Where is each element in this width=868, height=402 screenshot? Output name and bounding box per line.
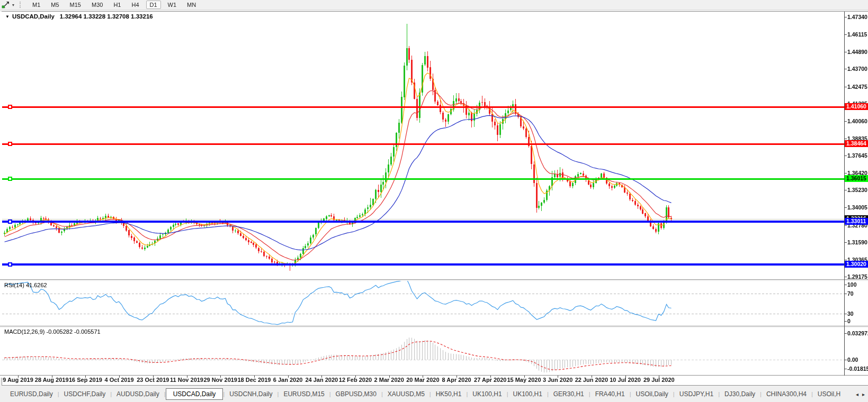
- macd-axis-tick: 0.00: [847, 357, 858, 363]
- timeframe-w1[interactable]: W1: [164, 1, 181, 9]
- time-axis-label: 10 Jul 2020: [610, 377, 641, 383]
- price-axis-tick: 1.40060: [847, 118, 867, 124]
- price-axis-tick: 1.34005: [847, 204, 867, 211]
- timeframe-mn[interactable]: MN: [183, 1, 200, 9]
- time-axis-label: 22 Jun 2020: [575, 377, 608, 383]
- collapse-icon[interactable]: ▼: [5, 14, 10, 19]
- time-axis-label: 24 Jan 2020: [305, 377, 338, 383]
- tab-hk50-h1[interactable]: HK50,H1: [431, 389, 467, 399]
- tab-xauusd-m5[interactable]: XAUUSD,M5: [383, 389, 429, 399]
- rsi-label: RSI(14) 41.6262: [4, 282, 47, 288]
- tab-gbpusd-m30[interactable]: GBPUSD,M30: [331, 389, 381, 399]
- rsi-axis-tick: 0: [847, 318, 851, 324]
- level-price-label: 1.41060: [845, 103, 868, 110]
- time-axis-label: 29 Jul 2020: [643, 377, 675, 383]
- tab-usoil-daily[interactable]: USOil,Daily: [631, 389, 673, 399]
- price-axis-tick: 1.47340: [847, 14, 867, 20]
- time-axis-label: 27 Apr 2020: [474, 377, 506, 383]
- time-axis-label: 23 Oct 2019: [137, 377, 169, 383]
- tab-usdcad-daily[interactable]: USDCAD,Daily: [166, 388, 223, 400]
- tab-ger30-h1[interactable]: GER30,H1: [549, 389, 589, 399]
- chart-ohlc-values: 1.32964 1.33228 1.32708 1.33216: [60, 13, 153, 20]
- timeframe-h4[interactable]: H4: [128, 1, 142, 9]
- level-price-label: 1.36015: [845, 175, 868, 182]
- level-price-label: 1.30020: [845, 261, 868, 268]
- tab-scroll-controls: ◂ ▸: [854, 386, 868, 402]
- tab-usdchf-daily[interactable]: USDCHF,Daily: [59, 389, 111, 399]
- toolbar-grip: [20, 2, 22, 8]
- tool-dropdown-caret[interactable]: ▾: [12, 3, 14, 7]
- timeframe-d1[interactable]: D1: [146, 1, 161, 9]
- rsi-axis-tick: 30: [847, 310, 854, 317]
- drawing-tool-icon[interactable]: [2, 1, 10, 9]
- level-price-label: 1.38464: [845, 140, 868, 147]
- tab-usdcnh-daily[interactable]: USDCNH,Daily: [225, 389, 277, 399]
- timeframe-m5[interactable]: M5: [47, 1, 62, 9]
- window-border-bottom: [2, 385, 868, 386]
- top-toolbar: ▾ M1M5M15M30H1H4D1W1MN: [0, 0, 868, 10]
- timeframe-h1[interactable]: H1: [110, 1, 124, 9]
- time-axis-label: 9 Aug 2019: [3, 377, 33, 383]
- tab-eurusd-m15[interactable]: EURUSD,M15: [279, 389, 329, 399]
- time-axis-label: 4 Oct 2019: [105, 377, 134, 383]
- price-axis-tick: 1.46115: [847, 31, 867, 38]
- price-axis-tick: 1.44890: [847, 49, 867, 55]
- time-axis-label: 15 May 2020: [507, 377, 541, 383]
- tab-usoil-h[interactable]: USOil,H: [813, 389, 845, 399]
- price-axis-tick: 1.31590: [847, 239, 867, 245]
- timeframe-buttons: M1M5M15M30H1H4D1W1MN: [27, 1, 201, 9]
- price-axis-tick: 1.35230: [847, 187, 867, 193]
- time-axis-label: 18 Dec 2019: [237, 377, 271, 383]
- rsi-axis-tick: 100: [847, 281, 857, 288]
- price-axis-tick: 1.29175: [847, 273, 867, 280]
- chart-canvas[interactable]: [0, 12, 868, 378]
- time-axis-label: 11 Nov 2019: [170, 377, 203, 383]
- chart-tabs: EURUSD,Daily|USDCHF,Daily|AUDUSD,Daily|U…: [5, 388, 845, 400]
- tabs-scroll-left-icon[interactable]: ◂: [856, 391, 858, 397]
- time-axis-label: 3 Jun 2020: [543, 377, 572, 383]
- chart-symbol-label: USDCAD,Daily: [12, 13, 55, 20]
- tab-dj30-daily[interactable]: DJ30,Daily: [720, 389, 760, 399]
- time-axis-label: 6 Jan 2020: [273, 377, 303, 383]
- timeframe-m15[interactable]: M15: [66, 1, 85, 9]
- rsi-axis-tick: 70: [847, 290, 854, 297]
- price-axis-tick: 1.37645: [847, 152, 867, 159]
- chart-title: ▼ USDCAD,Daily 1.32964 1.33228 1.32708 1…: [5, 13, 153, 20]
- macd-axis-tick: 0.032972: [847, 330, 868, 336]
- time-axis-label: 29 Nov 2019: [203, 377, 237, 383]
- price-axis-tick: 1.43700: [847, 66, 867, 72]
- tab-uk100-h1[interactable]: UK100,H1: [508, 389, 547, 399]
- time-axis-label: 8 Apr 2020: [442, 377, 471, 383]
- tab-audusd-daily[interactable]: AUDUSD,Daily: [112, 389, 164, 399]
- drawing-tool-group: ▾: [2, 1, 14, 9]
- time-axis-label: 28 Aug 2019: [35, 377, 69, 383]
- macd-label: MACD(12,26,9) -0.005282 -0.005571: [4, 328, 101, 335]
- tabs-scroll-right-icon[interactable]: ▸: [862, 391, 865, 397]
- tab-eurusd-daily[interactable]: EURUSD,Daily: [5, 389, 58, 399]
- time-axis-label: 12 Feb 2020: [339, 377, 372, 383]
- tab-china300-h4[interactable]: CHINA300,H4: [762, 389, 811, 399]
- price-axis-tick: 1.42475: [847, 84, 867, 90]
- tab-fra40-h1[interactable]: FRA40,H1: [590, 389, 630, 399]
- timeframe-m1[interactable]: M1: [29, 1, 44, 9]
- level-price-label: 1.33011: [845, 218, 868, 225]
- tab-uk100-h1[interactable]: UK100,H1: [468, 389, 506, 399]
- chart-tab-bar: EURUSD,Daily|USDCHF,Daily|AUDUSD,Daily|U…: [0, 386, 868, 402]
- time-axis-label: 16 Sep 2019: [69, 377, 102, 383]
- tab-usdjpy-h1[interactable]: USDJPY,H1: [675, 389, 718, 399]
- time-axis-label: 2 Mar 2020: [374, 377, 404, 383]
- timeframe-m30[interactable]: M30: [88, 1, 106, 9]
- macd-axis-tick: -0.018154: [847, 366, 868, 372]
- time-axis-label: 20 Mar 2020: [406, 377, 439, 383]
